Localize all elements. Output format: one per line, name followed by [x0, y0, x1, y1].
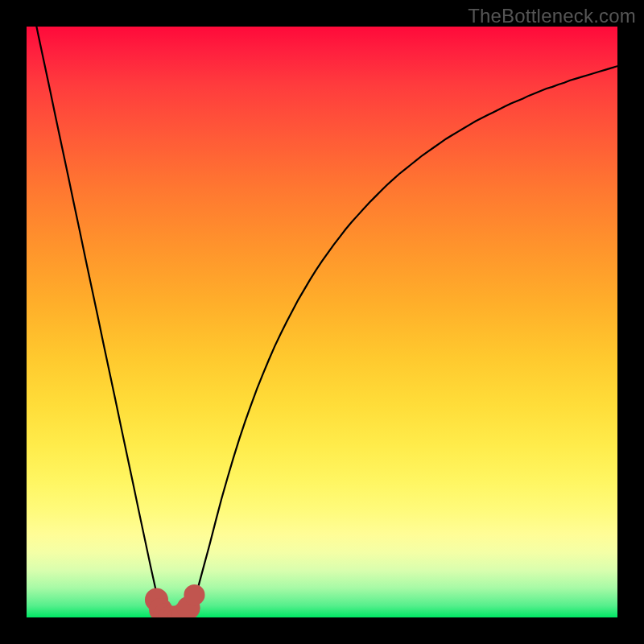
bottleneck-curve	[27, 27, 617, 617]
outer-frame: TheBottleneck.com	[0, 0, 644, 644]
watermark-text: TheBottleneck.com	[468, 5, 636, 27]
curve-layer	[27, 27, 617, 617]
valley-markers	[145, 584, 205, 617]
plot-area	[27, 27, 617, 617]
valley-marker-dot	[184, 584, 204, 605]
